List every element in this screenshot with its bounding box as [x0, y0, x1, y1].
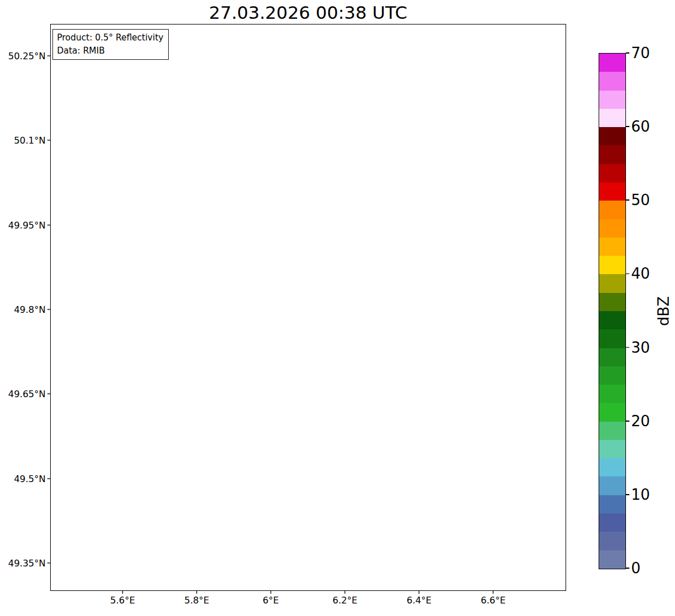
clutter-speck	[30, 237, 32, 240]
x-tick-label: 6°E	[245, 595, 296, 606]
colorbar-tick-label: 20	[631, 413, 650, 430]
colorbar-segment	[599, 219, 625, 238]
colorbar-segment	[599, 274, 625, 292]
colorbar-tick-mark	[626, 347, 629, 348]
y-tick-label: 49.65°N	[0, 389, 46, 399]
x-tick-label: 6.6°E	[467, 595, 519, 606]
clutter-speck	[43, 282, 44, 283]
colorbar-tick-label: 30	[631, 339, 650, 356]
y-tick-label: 50.1°N	[0, 135, 46, 146]
colorbar-segment	[599, 164, 625, 182]
colorbar-segment	[599, 532, 625, 550]
colorbar-unit-label: dBZ	[655, 296, 672, 326]
colorbar-tick-label: 50	[631, 191, 650, 209]
colorbar-tick-mark	[626, 421, 629, 422]
colorbar-segment	[599, 127, 625, 145]
colorbar-segment	[599, 550, 625, 569]
colorbar-tick-label: 70	[631, 44, 650, 62]
clutter-speck	[36, 208, 38, 210]
colorbar-segment	[599, 513, 625, 532]
data-source-label: Data: RMIB	[57, 44, 164, 58]
colorbar-segment	[599, 91, 625, 109]
colorbar-segment	[599, 403, 625, 421]
clutter-speck	[41, 236, 44, 241]
colorbar-segment	[599, 201, 625, 219]
clutter-speck	[38, 246, 40, 248]
clutter-speck	[41, 279, 43, 282]
colorbar-tick-mark	[626, 274, 629, 275]
colorbar-segment	[599, 238, 625, 256]
y-tick-label: 50.25°N	[0, 51, 46, 62]
colorbar-segment	[599, 145, 625, 164]
colorbar-segment	[599, 495, 625, 513]
colorbar-segment	[599, 440, 625, 458]
colorbar-segment	[599, 458, 625, 476]
colorbar-segment	[599, 366, 625, 385]
clutter-speck	[38, 277, 39, 279]
y-tick-label: 49.5°N	[0, 474, 46, 484]
colorbar-tick-mark	[626, 568, 629, 569]
colorbar-tick-label: 40	[631, 265, 650, 282]
product-label: Product: 0.5° Reflectivity	[57, 31, 164, 44]
x-tick-label: 6.4°E	[393, 595, 445, 606]
colorbar-tick-label: 0	[631, 560, 641, 577]
y-tick-label: 49.8°N	[0, 304, 46, 315]
colorbar-tick-mark	[626, 126, 629, 127]
colorbar-segment	[599, 385, 625, 403]
colorbar-tick-mark	[626, 494, 629, 495]
colorbar-segment	[599, 348, 625, 366]
x-tick-label: 6.2°E	[319, 595, 371, 606]
clutter-speck	[40, 262, 43, 266]
colorbar-tick-mark	[626, 52, 629, 54]
colorbar-tick-mark	[626, 199, 629, 201]
colorbar-segment	[599, 54, 625, 72]
colorbar-segment	[599, 311, 625, 329]
colorbar-segment	[599, 476, 625, 495]
colorbar-tick-label: 60	[631, 118, 650, 135]
y-tick-label: 49.35°N	[0, 558, 46, 569]
colorbar-segment	[599, 109, 625, 127]
colorbar-segment	[599, 72, 625, 90]
colorbar-segment	[599, 182, 625, 201]
colorbar-segment	[599, 256, 625, 274]
colorbar	[599, 53, 626, 569]
x-tick-label: 5.8°E	[171, 595, 222, 606]
product-info-box: Product: 0.5° Reflectivity Data: RMIB	[52, 29, 169, 60]
colorbar-segment	[599, 422, 625, 440]
colorbar-segment	[599, 293, 625, 311]
y-tick-label: 49.95°N	[0, 220, 46, 231]
radar-map-page: 27.03.2026 00:38 UTC WiltzEttelbruckFind…	[0, 0, 675, 616]
x-tick-label: 5.6°E	[97, 595, 148, 606]
colorbar-segment	[599, 329, 625, 348]
map-plot-frame	[50, 24, 566, 591]
colorbar-tick-label: 10	[631, 486, 650, 503]
